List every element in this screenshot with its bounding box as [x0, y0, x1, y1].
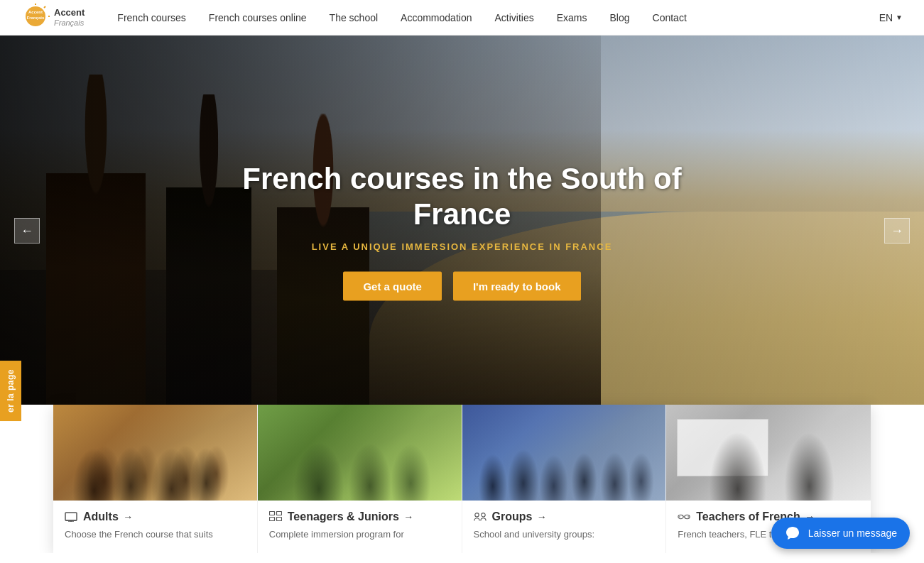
hero-section: ← French courses in the South of France … — [0, 35, 924, 426]
svg-rect-6 — [65, 513, 77, 520]
hero-content: French courses in the South of France LI… — [214, 161, 711, 301]
nav-activities[interactable]: Activities — [483, 0, 545, 35]
card-teenagers-desc: Complete immersion program for — [269, 528, 450, 542]
teenagers-icon — [269, 510, 282, 523]
hero-subtitle: LIVE A UNIQUE IMMERSION EXPERIENCE IN FR… — [214, 241, 711, 251]
groups-icon — [474, 510, 487, 523]
card-adults-title-row: Adults → — [65, 510, 246, 523]
hero-buttons: Get a quote I'm ready to book — [214, 271, 711, 300]
lang-label: EN — [879, 12, 893, 23]
logo-text: Accent Français — [54, 8, 85, 26]
card-adults-image — [53, 405, 257, 501]
nav-blog[interactable]: Blog — [599, 0, 641, 35]
card-teenagers: Teenagers & Juniors → Complete immersion… — [258, 405, 462, 553]
svg-rect-12 — [276, 512, 281, 515]
card-groups-desc: School and university groups: — [474, 528, 655, 542]
card-groups-title: Groups → — [492, 510, 547, 523]
logo[interactable]: Accent Français Accent Français — [21, 4, 85, 32]
lang-chevron-icon: ▼ — [896, 13, 903, 21]
hero-next-button[interactable]: → — [884, 218, 910, 244]
nav-the-school[interactable]: The school — [318, 0, 389, 35]
language-selector[interactable]: EN ▼ — [879, 12, 903, 23]
card-teenagers-title: Teenagers & Juniors → — [288, 510, 414, 523]
hero-title: French courses in the South of France — [214, 161, 711, 233]
card-teenagers-image — [258, 405, 462, 501]
adults-icon — [65, 510, 77, 523]
card-adults-body: Adults → Choose the French course that s… — [53, 501, 257, 553]
side-tab[interactable]: er la page — [0, 361, 21, 421]
card-adults: Adults → Choose the French course that s… — [53, 405, 258, 553]
ready-to-book-button[interactable]: I'm ready to book — [453, 271, 581, 300]
svg-rect-13 — [276, 518, 281, 521]
nav-french-courses-online[interactable]: French courses online — [197, 0, 318, 35]
card-teenagers-body: Teenagers & Juniors → Complete immersion… — [258, 501, 462, 553]
card-groups-title-row: Groups → — [474, 510, 655, 523]
card-groups: Groups → School and university groups: — [462, 405, 667, 553]
svg-text:Accent: Accent — [28, 10, 43, 14]
get-quote-button[interactable]: Get a quote — [343, 271, 442, 300]
nav-french-courses[interactable]: French courses — [106, 0, 197, 35]
card-adults-title: Adults → — [83, 510, 133, 523]
card-teachers-image — [666, 405, 871, 501]
nav-contact[interactable]: Contact — [641, 0, 698, 35]
nav-accommodation[interactable]: Accommodation — [389, 0, 483, 35]
card-groups-body: Groups → School and university groups: — [462, 501, 666, 553]
card-teenagers-title-row: Teenagers & Juniors → — [269, 510, 450, 523]
hero-prev-button[interactable]: ← — [14, 218, 40, 244]
card-groups-image — [462, 405, 666, 501]
svg-point-14 — [474, 513, 478, 517]
logo-icon: Accent Français — [21, 4, 50, 32]
svg-point-15 — [481, 513, 484, 517]
svg-line-4 — [44, 6, 45, 8]
chat-label: Laisser un message — [808, 528, 897, 539]
main-nav: French courses French courses online The… — [106, 0, 879, 35]
card-adults-desc: Choose the French course that suits — [65, 528, 246, 542]
header: Accent Français Accent Français French c… — [0, 0, 924, 35]
svg-rect-10 — [269, 512, 274, 515]
svg-rect-11 — [269, 518, 274, 521]
cards-container: Adults → Choose the French course that s… — [53, 405, 871, 553]
chat-icon — [784, 525, 801, 542]
chat-widget[interactable]: Laisser un message — [771, 518, 910, 549]
svg-text:Français: Français — [27, 16, 45, 20]
nav-exams[interactable]: Exams — [545, 0, 599, 35]
teachers-icon — [678, 510, 690, 523]
